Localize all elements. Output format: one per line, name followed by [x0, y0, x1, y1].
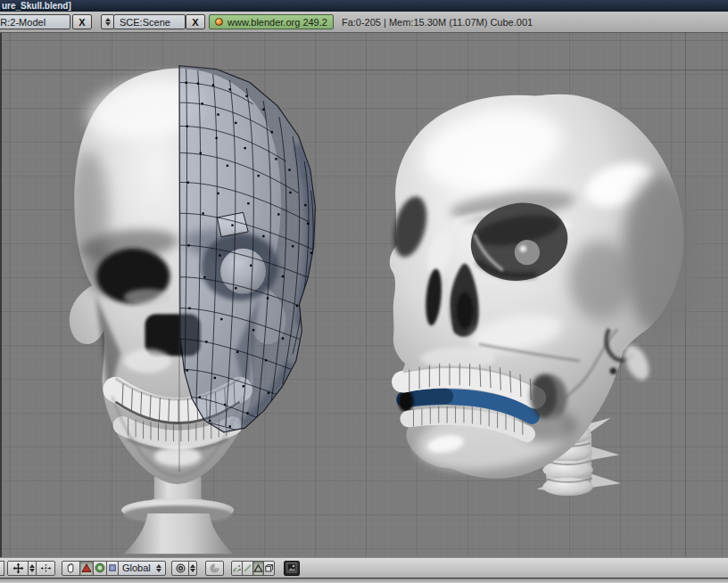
chevron-up-icon [29, 564, 35, 568]
orientation-dropdown[interactable]: Global [118, 561, 166, 576]
snap-edge-icon [243, 563, 252, 573]
pivot-dropdown-button[interactable] [188, 561, 197, 576]
close-x-label: X [192, 17, 198, 28]
render-preview-icon [286, 562, 297, 573]
move-centers-icon [40, 562, 52, 574]
translate-manipulator-icon [12, 562, 24, 574]
blender-web-icon [215, 18, 223, 26]
wireframe-edit-half[interactable] [179, 66, 315, 472]
snap-vertex-icon [232, 563, 242, 573]
chevron-down-icon [105, 22, 111, 26]
blender-version-badge[interactable]: www.blender.org 249.2 [209, 14, 334, 29]
viewport-3d[interactable] [0, 33, 728, 557]
view3d-header: Global [0, 557, 728, 578]
translate-manipulator-button[interactable] [7, 561, 29, 576]
pivot-point-icon [175, 562, 186, 574]
display-stand [121, 477, 234, 554]
manipulator-enable-button[interactable] [62, 561, 80, 576]
rotate-toggle-button[interactable] [93, 561, 107, 576]
chevron-down-icon [190, 569, 195, 572]
screen-layout-field[interactable]: SR:2-Model [0, 14, 70, 29]
window-titlebar[interactable]: ure_Skull.blend] [0, 0, 728, 12]
blender-window: ure_Skull.blend] SR:2-Model X SCE:Scene … [0, 0, 728, 583]
skull-front-view[interactable] [69, 66, 316, 554]
dropdown-arrows-icon [156, 564, 161, 572]
proportional-edit-button[interactable] [205, 561, 224, 576]
render-window-button[interactable] [284, 561, 300, 576]
snap-volume-button[interactable] [263, 561, 275, 576]
clipped-button[interactable] [0, 561, 4, 576]
translate-toggle-button[interactable] [79, 561, 94, 576]
scale-toggle-button[interactable] [106, 561, 119, 576]
scene-close-button[interactable]: X [186, 14, 205, 29]
info-header: SR:2-Model X SCE:Scene X www.blender.org… [0, 12, 728, 33]
translate-red-icon [81, 562, 92, 573]
chevron-up-icon [190, 564, 195, 568]
orientation-value: Global [122, 562, 151, 573]
chevron-down-icon [29, 569, 35, 572]
pivot-point-button[interactable] [171, 561, 189, 576]
snap-face-icon [253, 563, 263, 573]
scene-field[interactable]: SCE:Scene [113, 14, 186, 29]
chevron-up-icon [105, 18, 111, 21]
panel-edge [0, 578, 728, 583]
scene-value: SCE:Scene [120, 17, 170, 28]
proportional-swirl-icon [209, 562, 220, 574]
skull-profile-view[interactable] [388, 94, 699, 497]
version-text: www.blender.org 249.2 [228, 17, 327, 28]
scene-browse-button[interactable] [101, 14, 114, 29]
grab-hand-icon [65, 562, 77, 574]
scene-render [0, 33, 728, 557]
scale-blue-icon [107, 562, 118, 573]
screen-layout-value: SR:2-Model [0, 17, 46, 28]
rotate-green-icon [95, 562, 105, 573]
snap-volume-cube-icon [264, 563, 274, 573]
screen-close-button[interactable]: X [72, 14, 92, 29]
scene-statistics: Fa:0-205 | Mem:15.30M (11.07M) Cube.001 [342, 17, 533, 28]
window-title: ure_Skull.blend] [2, 1, 71, 11]
close-x-label: X [79, 17, 85, 28]
move-centers-button[interactable] [36, 561, 55, 576]
